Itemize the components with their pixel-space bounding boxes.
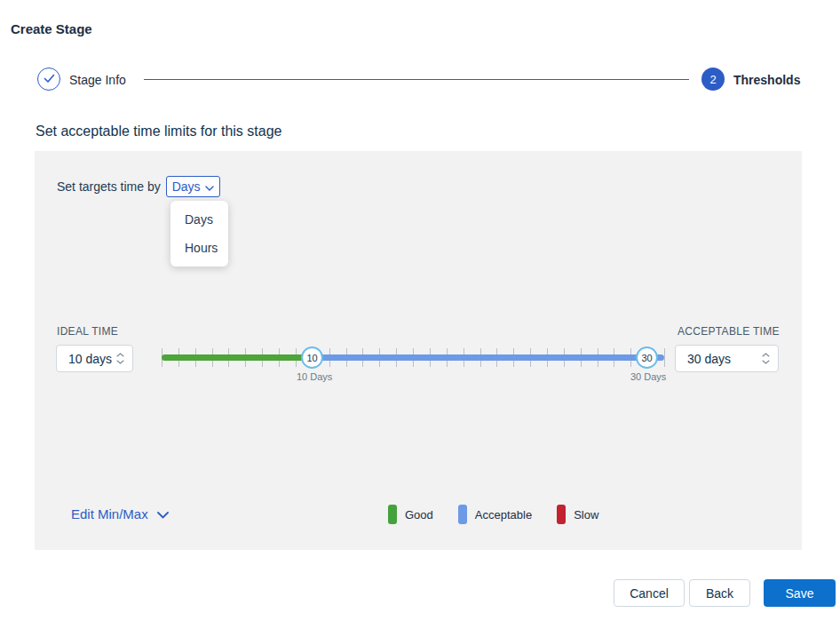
targets-label: Set targets time by (57, 179, 161, 194)
slider-max-caption: 30 Days (630, 371, 666, 382)
wizard-stepper: Stage Info 2 Thresholds (0, 68, 840, 92)
acceptable-time-stepper (762, 353, 778, 364)
ideal-time-value: 10 days (57, 352, 116, 366)
slider-handle-max[interactable]: 30 (636, 346, 658, 369)
edit-minmax-link[interactable]: Edit Min/Max (71, 506, 169, 521)
legend-label-acceptable: Acceptable (475, 508, 532, 521)
slider-track-acceptable[interactable] (313, 354, 664, 361)
chevron-down-icon (205, 179, 214, 194)
spinner-up-icon[interactable] (762, 353, 770, 357)
unit-dropdown-menu: Days Hours (170, 201, 228, 267)
ideal-time-label: IDEAL TIME (57, 325, 118, 338)
spinner-down-icon[interactable] (116, 360, 124, 364)
step-2-number: 2 (709, 73, 716, 86)
ideal-time-stepper (116, 353, 132, 364)
cancel-button[interactable]: Cancel (614, 579, 685, 607)
step-1-label[interactable]: Stage Info (69, 73, 126, 87)
time-range-slider: 10 30 10 Days 30 Days (162, 341, 664, 377)
spinner-up-icon[interactable] (116, 353, 124, 357)
step-1-indicator[interactable] (37, 68, 60, 91)
slider-handle-min[interactable]: 10 (301, 346, 323, 369)
create-stage-dialog: Create Stage Stage Info 2 Thresholds Set… (0, 0, 840, 621)
step-2-label: Thresholds (733, 73, 800, 87)
spinner-down-icon[interactable] (762, 360, 770, 364)
slider-track-good[interactable] (162, 354, 313, 361)
acceptable-swatch (458, 505, 467, 524)
page-title: Create Stage (11, 21, 92, 36)
legend-label-slow: Slow (574, 508, 598, 521)
acceptable-time-label: ACCEPTABLE TIME (678, 325, 780, 338)
check-icon (44, 71, 55, 87)
menu-item-days[interactable]: Days (170, 205, 228, 234)
legend-label-good: Good (405, 508, 433, 521)
acceptable-time-input[interactable]: 30 days (675, 345, 779, 372)
unit-dropdown-value: Days (172, 179, 201, 194)
slider-legend: Good Acceptable Slow (388, 505, 623, 524)
legend-item-acceptable: Acceptable (458, 505, 532, 524)
step-2-indicator[interactable]: 2 (701, 68, 725, 91)
acceptable-time-value: 30 days (676, 352, 762, 366)
good-swatch (388, 505, 397, 524)
back-button[interactable]: Back (689, 579, 750, 607)
section-heading: Set acceptable time limits for this stag… (36, 123, 281, 139)
menu-item-hours[interactable]: Hours (170, 234, 228, 262)
chevron-down-icon (157, 506, 169, 521)
save-button[interactable]: Save (764, 579, 836, 607)
unit-dropdown[interactable]: Days (166, 176, 220, 197)
targets-row: Set targets time by Days (57, 176, 220, 197)
legend-item-slow: Slow (557, 505, 598, 524)
legend-item-good: Good (388, 505, 433, 524)
ideal-time-input[interactable]: 10 days (56, 345, 133, 372)
edit-minmax-label: Edit Min/Max (71, 506, 148, 521)
slider-min-caption: 10 Days (297, 371, 332, 382)
thresholds-panel: Set targets time by Days Days Hours IDEA… (35, 151, 802, 550)
slow-swatch (557, 505, 566, 524)
stepper-connector (144, 79, 689, 80)
